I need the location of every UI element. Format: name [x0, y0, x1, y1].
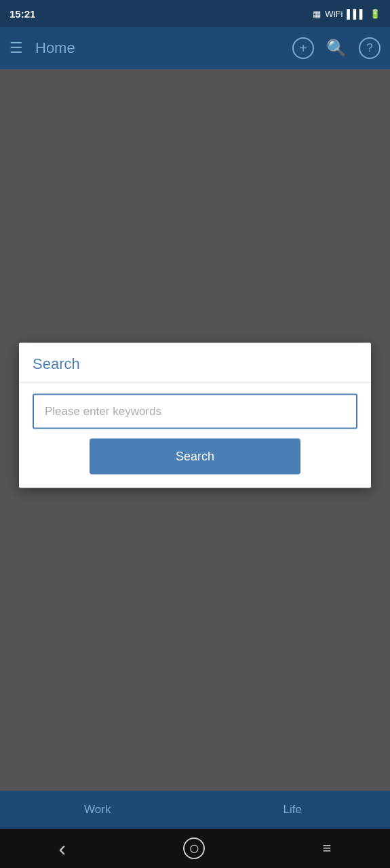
vibrate-icon: ▦: [313, 9, 321, 19]
search-input[interactable]: [33, 394, 357, 429]
app-title: Home: [35, 39, 292, 57]
nav-bar: ‹ ○ ≡: [0, 829, 390, 868]
search-icon[interactable]: 🔍: [326, 39, 347, 58]
signal-icon: ▌▌▌: [347, 9, 366, 19]
tab-life[interactable]: Life: [195, 803, 391, 816]
tab-bar: Work Life: [0, 791, 390, 829]
app-bar-icons: + 🔍 ?: [292, 37, 381, 59]
battery-icon: 🔋: [370, 9, 381, 19]
recents-icon[interactable]: ≡: [323, 840, 332, 857]
main-content: Search Search: [0, 69, 390, 791]
status-bar: 15:21 ▦ WiFi ▌▌▌ 🔋: [0, 0, 390, 27]
tab-work-label: Work: [84, 803, 111, 816]
tab-work[interactable]: Work: [0, 803, 195, 816]
status-time: 15:21: [9, 8, 35, 20]
dialog-body: Search: [19, 383, 371, 488]
dialog-title: Search: [19, 343, 371, 383]
tab-life-label: Life: [284, 803, 302, 816]
wifi-icon: WiFi: [325, 9, 343, 19]
home-icon[interactable]: ○: [183, 837, 205, 859]
add-icon[interactable]: +: [292, 37, 314, 59]
search-dialog: Search Search: [19, 343, 371, 488]
back-icon[interactable]: ‹: [59, 836, 66, 861]
status-icons: ▦ WiFi ▌▌▌ 🔋: [313, 9, 381, 19]
search-button[interactable]: Search: [90, 439, 300, 475]
app-bar: ☰ Home + 🔍 ?: [0, 27, 390, 69]
help-icon[interactable]: ?: [359, 37, 381, 59]
menu-icon[interactable]: ☰: [9, 39, 23, 57]
